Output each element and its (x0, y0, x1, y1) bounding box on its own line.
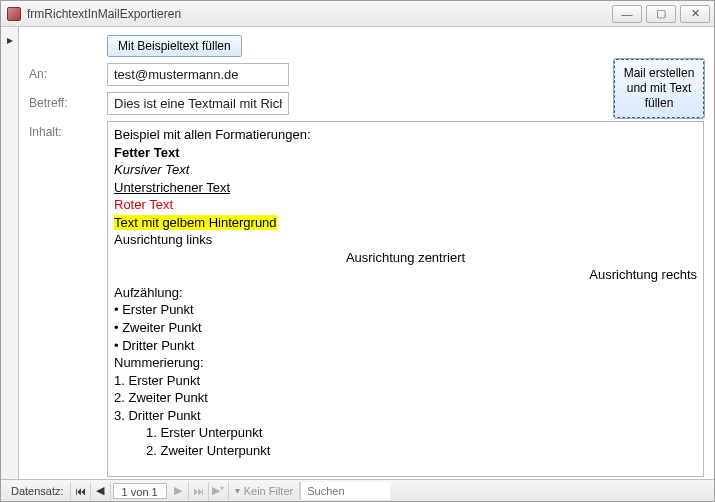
rt-bullet-3: • Dritter Punkt (114, 337, 697, 355)
rt-number-3: 3. Dritter Punkt (114, 407, 697, 425)
rt-align-left: Ausrichtung links (114, 231, 697, 249)
content-field[interactable]: Beispiel mit allen Formatierungen: Fette… (107, 121, 704, 477)
app-icon (7, 7, 21, 21)
rt-heading: Beispiel mit allen Formatierungen: (114, 126, 697, 144)
rt-red: Roter Text (114, 196, 697, 214)
to-field[interactable] (107, 63, 289, 86)
window-title: frmRichtextInMailExportieren (27, 7, 608, 21)
rt-bullets-title: Aufzählung: (114, 284, 697, 302)
rt-bold: Fetter Text (114, 144, 697, 162)
maximize-button[interactable]: ▢ (646, 5, 676, 23)
rt-bullet-1: • Erster Punkt (114, 301, 697, 319)
create-mail-button[interactable]: Mail erstellen und mit Text füllen (614, 59, 704, 118)
nav-search-input[interactable] (300, 482, 390, 500)
rt-underline: Unterstrichener Text (114, 179, 697, 197)
nav-position[interactable]: 1 von 1 (113, 483, 167, 499)
to-label: An: (29, 63, 107, 81)
record-selector[interactable]: ▸ (1, 27, 19, 479)
content-label: Inhalt: (29, 121, 107, 139)
nav-filter[interactable]: ▾Kein Filter (229, 482, 301, 500)
funnel-icon: ▾ (235, 485, 240, 496)
subject-field[interactable] (107, 92, 289, 115)
fill-example-button[interactable]: Mit Beispieltext füllen (107, 35, 242, 57)
rt-align-center: Ausrichtung zentriert (114, 249, 697, 267)
nav-label: Datensatz: (5, 482, 71, 500)
rt-bullet-2: • Zweiter Punkt (114, 319, 697, 337)
nav-new-button[interactable]: ▶* (209, 482, 229, 500)
minimize-button[interactable]: — (612, 5, 642, 23)
rt-number-2: 2. Zweiter Punkt (114, 389, 697, 407)
nav-prev-button[interactable]: ◀ (91, 482, 111, 500)
subject-label: Betreff: (29, 92, 107, 110)
record-navigator: Datensatz: ⏮ ◀ 1 von 1 ▶ ⏭ ▶* ▾Kein Filt… (1, 479, 714, 501)
rt-italic: Kursiver Text (114, 161, 697, 179)
rt-highlight-line: Text mit gelbem Hintergrund (114, 214, 697, 232)
nav-first-button[interactable]: ⏮ (71, 482, 91, 500)
rt-sub-2: 2. Zweiter Unterpunkt (114, 442, 697, 460)
nav-next-button[interactable]: ▶ (169, 482, 189, 500)
form-area: Mit Beispieltext füllen Mail erstellen u… (19, 27, 714, 479)
close-button[interactable]: ✕ (680, 5, 710, 23)
title-bar: frmRichtextInMailExportieren — ▢ ✕ (1, 1, 714, 27)
rt-highlight: Text mit gelbem Hintergrund (114, 215, 277, 230)
rt-sub-1: 1. Erster Unterpunkt (114, 424, 697, 442)
nav-last-button[interactable]: ⏭ (189, 482, 209, 500)
rt-align-right: Ausrichtung rechts (114, 266, 697, 284)
rt-number-1: 1. Erster Punkt (114, 372, 697, 390)
rt-numbers-title: Nummerierung: (114, 354, 697, 372)
